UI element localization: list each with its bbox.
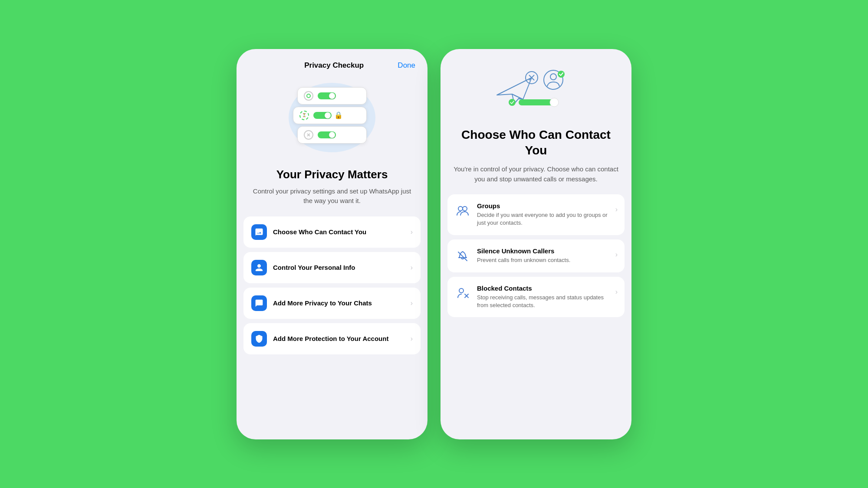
done-button[interactable]: Done <box>398 61 415 70</box>
card-list: Groups Decide if you want everyone to ad… <box>441 194 631 317</box>
left-header: Privacy Checkup Done <box>237 49 427 70</box>
chevron-personal: › <box>411 264 413 272</box>
menu-item-account[interactable]: Add More Protection to Your Account › <box>243 323 421 354</box>
menu-icon-bg-personal <box>251 260 267 275</box>
menu-icon-bg-account <box>251 331 267 347</box>
svg-point-12 <box>509 99 516 106</box>
toggle-circle-1 <box>304 91 313 101</box>
svg-point-16 <box>459 288 464 293</box>
menu-label-account: Add More Protection to Your Account <box>273 334 411 343</box>
menu-label-personal: Control Your Personal Info <box>273 263 411 272</box>
groups-icon-wrapper <box>454 203 471 219</box>
toggle-switch-1[interactable] <box>318 92 336 99</box>
blocked-content: Blocked Contacts Stop receiving calls, m… <box>477 285 614 309</box>
chevron-contact: › <box>411 228 413 236</box>
menu-label-chats: Add More Privacy to Your Chats <box>273 299 411 308</box>
blocked-icon <box>455 286 470 301</box>
svg-point-0 <box>307 94 310 98</box>
left-main-subtitle: Control your privacy settings and set up… <box>252 187 412 206</box>
groups-desc: Decide if you want everyone to add you t… <box>477 211 614 227</box>
menu-icon-bg-contact <box>251 224 267 240</box>
menu-label-contact: Choose Who Can Contact You <box>273 228 411 236</box>
groups-content: Groups Decide if you want everyone to ad… <box>477 202 614 227</box>
silence-icon <box>455 249 470 264</box>
svg-point-14 <box>463 206 467 211</box>
right-section-subtitle: You're in control of your privacy. Choos… <box>453 164 619 184</box>
svg-point-9 <box>558 71 565 78</box>
chevron-silence: › <box>615 251 618 259</box>
chat-icon <box>255 299 263 308</box>
menu-item-personal[interactable]: Control Your Personal Info › <box>243 252 421 283</box>
toggle-row-3 <box>297 126 367 144</box>
groups-icon <box>455 204 470 219</box>
toggle-switch-2[interactable] <box>313 112 332 119</box>
contact-icon-inner <box>255 228 263 236</box>
svg-point-8 <box>550 74 556 80</box>
toggle-circle-2: ⏳ <box>299 111 309 120</box>
toggle-row-1 <box>297 87 367 105</box>
shield-icon <box>255 334 263 343</box>
card-groups[interactable]: Groups Decide if you want everyone to ad… <box>447 194 625 235</box>
blocked-icon-wrapper <box>454 285 471 302</box>
lock-icon: 🔒 <box>334 111 343 119</box>
svg-point-13 <box>458 206 463 211</box>
right-illus-svg <box>484 65 588 112</box>
left-illustration: ⏳ 🔒 <box>284 79 380 157</box>
silence-content: Silence Unknown Callers Prevent calls fr… <box>477 247 614 264</box>
toggle-circle-3 <box>304 130 313 140</box>
blocked-title: Blocked Contacts <box>477 285 614 292</box>
person-icon <box>255 263 263 272</box>
card-silence[interactable]: Silence Unknown Callers Prevent calls fr… <box>447 239 625 272</box>
toggle-row-2: ⏳ 🔒 <box>293 107 367 124</box>
chevron-chats: › <box>411 299 413 307</box>
menu-item-contact[interactable]: Choose Who Can Contact You › <box>243 216 421 248</box>
menu-item-chats[interactable]: Add More Privacy to Your Chats › <box>243 288 421 319</box>
svg-point-11 <box>550 98 559 107</box>
right-illustration <box>484 65 588 117</box>
silence-desc: Prevent calls from unknown contacts. <box>477 256 614 264</box>
left-main-title: Your Privacy Matters <box>276 168 388 181</box>
phone-left: Privacy Checkup Done ⏳ <box>237 49 427 439</box>
main-container: Privacy Checkup Done ⏳ <box>237 49 631 439</box>
silence-title: Silence Unknown Callers <box>477 247 614 255</box>
menu-list: Choose Who Can Contact You › Control You… <box>237 216 427 354</box>
groups-title: Groups <box>477 202 614 210</box>
phone-right: Choose Who Can Contact You You're in con… <box>441 49 631 439</box>
chevron-groups: › <box>615 206 618 213</box>
menu-icon-bg-chats <box>251 295 267 311</box>
toggle-switch-3[interactable] <box>318 131 336 138</box>
silence-icon-wrapper <box>454 248 471 265</box>
chevron-account: › <box>411 335 413 343</box>
blocked-desc: Stop receiving calls, messages and statu… <box>477 294 614 309</box>
chevron-blocked: › <box>615 288 618 296</box>
card-blocked[interactable]: Blocked Contacts Stop receiving calls, m… <box>447 277 625 317</box>
left-header-title: Privacy Checkup <box>270 61 398 70</box>
right-section-title: Choose Who Can Contact You <box>454 127 618 159</box>
